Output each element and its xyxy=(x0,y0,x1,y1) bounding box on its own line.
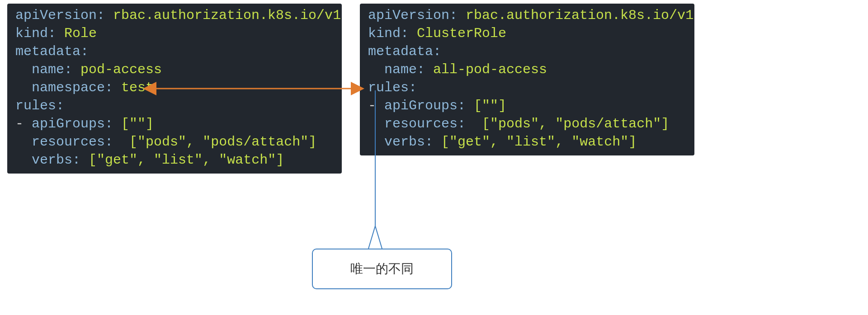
role-code-tok-key: verbs xyxy=(32,152,72,168)
clusterrole-code-tok-punct: , xyxy=(490,134,506,150)
role-code-line-5: rules: xyxy=(15,97,336,115)
clusterrole-code-tok-key: verbs xyxy=(384,134,425,150)
clusterrole-code-tok-punct: ] xyxy=(628,134,637,150)
role-code-tok-punct: ] xyxy=(146,116,154,132)
role-code-line-3: name: pod-access xyxy=(15,61,336,79)
clusterrole-code-tok-colon: : xyxy=(401,26,417,41)
clusterrole-code-tok-key: metadata xyxy=(368,44,433,59)
clusterrole-code-tok-colon: : xyxy=(458,98,474,113)
clusterrole-code-tok-punct: [ xyxy=(482,116,490,132)
role-code-tok-punct: [ xyxy=(121,116,129,132)
clusterrole-code-line-2: metadata: xyxy=(368,42,689,61)
clusterrole-code-tok-colon: : xyxy=(425,134,441,150)
clusterrole-code-tok-str: "pods/attach" xyxy=(555,116,661,132)
clusterrole-code-tok-key: rules xyxy=(368,80,409,95)
clusterrole-code-line-3: name: all-pod-access xyxy=(368,61,689,79)
role-code-tok-str: "list" xyxy=(154,152,203,168)
role-code-tok-val: pod-access xyxy=(80,62,162,77)
clusterrole-code-line-1: kind: ClusterRole xyxy=(368,24,689,42)
clusterrole-code-line-7: verbs: ["get", "list", "watch"] xyxy=(368,133,689,151)
role-code-line-2: metadata: xyxy=(15,42,336,61)
role-code-tok-str: "get" xyxy=(97,152,137,168)
role-code-tok-colon: : xyxy=(105,80,121,95)
role-code-line-1: kind: Role xyxy=(15,24,336,42)
clusterrole-code-tok-str: "list" xyxy=(506,134,555,150)
role-code-tok-punct: [ xyxy=(89,152,97,168)
clusterrole-code-tok-key: kind xyxy=(368,26,401,41)
clusterrole-code-line-5: - apiGroups: [""] xyxy=(368,97,689,115)
clusterrole-code-tok-key: apiGroups xyxy=(384,98,458,113)
role-code-line-8: verbs: ["get", "list", "watch"] xyxy=(15,151,336,169)
role-code-tok-dash: - xyxy=(15,116,32,132)
role-code-tok-key: name xyxy=(32,62,64,77)
role-code-tok-str: "watch" xyxy=(219,152,276,168)
role-code-line-0: apiVersion: rbac.authorization.k8s.io/v1 xyxy=(15,6,336,24)
clusterrole-code-tok-val: ClusterRole xyxy=(417,26,506,41)
role-code-tok-str: "pods" xyxy=(137,134,186,150)
role-code-tok-key: namespace xyxy=(32,80,105,95)
role-code-tok-colon: : xyxy=(56,98,64,113)
callout-box: 唯一的不同 xyxy=(312,249,452,289)
role-code-line-7: resources: ["pods", "pods/attach"] xyxy=(15,133,336,151)
clusterrole-code-tok-punct: [ xyxy=(441,134,449,150)
clusterrole-code-tok-val: all-pod-access xyxy=(433,62,547,77)
clusterrole-code-line-6: resources: ["pods", "pods/attach"] xyxy=(368,115,689,133)
role-code-tok-colon: : xyxy=(64,62,80,77)
diagram-stage: apiVersion: rbac.authorization.k8s.io/v1… xyxy=(0,0,868,315)
clusterrole-code-tok-key: name xyxy=(384,62,417,77)
clusterrole-code-tok-colon: : xyxy=(433,44,441,59)
clusterrole-code-tok-colon: : xyxy=(449,8,466,23)
role-code-tok-punct: ] xyxy=(308,134,316,150)
role-code-tok-val: test xyxy=(121,80,154,95)
role-code-tok-colon: : xyxy=(105,116,121,132)
clusterrole-code-tok-colon: : xyxy=(458,116,482,132)
role-code-tok-key: resources xyxy=(32,134,105,150)
clusterrole-code-tok-punct: ] xyxy=(498,98,506,113)
clusterrole-code-tok-str: "get" xyxy=(449,134,490,150)
role-code-tok-punct: , xyxy=(186,134,203,150)
clusterrole-code-tok-punct: ] xyxy=(661,116,669,132)
clusterrole-code-tok-str: "watch" xyxy=(571,134,628,150)
code-block-clusterrole: apiVersion: rbac.authorization.k8s.io/v1… xyxy=(360,4,694,155)
role-code-tok-colon: : xyxy=(48,26,64,41)
role-code-line-6: - apiGroups: [""] xyxy=(15,115,336,133)
clusterrole-code-tok-colon: : xyxy=(417,62,433,77)
role-code-tok-key: metadata xyxy=(15,44,80,59)
role-code-tok-punct: ] xyxy=(276,152,284,168)
code-block-role: apiVersion: rbac.authorization.k8s.io/v1… xyxy=(7,4,342,174)
clusterrole-code-tok-key: resources xyxy=(384,116,458,132)
role-code-tok-val: Role xyxy=(64,26,97,41)
role-code-tok-punct: , xyxy=(137,152,154,168)
clusterrole-code-tok-val: rbac.authorization.k8s.io/v1 xyxy=(466,8,693,23)
role-code-tok-colon: : xyxy=(72,152,89,168)
role-code-tok-punct: , xyxy=(203,152,219,168)
role-code-tok-key: rules xyxy=(15,98,56,113)
clusterrole-code-line-4: rules: xyxy=(368,79,689,97)
role-code-tok-key: kind xyxy=(15,26,48,41)
role-code-tok-punct: [ xyxy=(129,134,137,150)
clusterrole-code-tok-punct: , xyxy=(539,116,555,132)
callout-text: 唯一的不同 xyxy=(350,260,414,277)
clusterrole-code-tok-str: "pods" xyxy=(490,116,539,132)
clusterrole-code-tok-punct: , xyxy=(555,134,571,150)
role-code-tok-val: rbac.authorization.k8s.io/v1 xyxy=(113,8,341,23)
clusterrole-code-tok-colon: : xyxy=(409,80,417,95)
role-code-line-4: namespace: test xyxy=(15,79,336,97)
role-code-tok-key: apiVersion xyxy=(15,8,97,23)
clusterrole-code-tok-str: "" xyxy=(482,98,498,113)
role-code-tok-colon: : xyxy=(97,8,113,23)
clusterrole-code-tok-dash: - xyxy=(368,98,384,113)
callout-leader xyxy=(368,226,382,249)
role-code-tok-str: "" xyxy=(129,116,146,132)
clusterrole-code-tok-punct: [ xyxy=(474,98,482,113)
clusterrole-code-line-0: apiVersion: rbac.authorization.k8s.io/v1 xyxy=(368,6,689,24)
role-code-tok-colon: : xyxy=(80,44,89,59)
role-code-tok-key: apiGroups xyxy=(32,116,105,132)
role-code-tok-colon: : xyxy=(105,134,129,150)
role-code-tok-str: "pods/attach" xyxy=(203,134,308,150)
clusterrole-code-tok-key: apiVersion xyxy=(368,8,449,23)
